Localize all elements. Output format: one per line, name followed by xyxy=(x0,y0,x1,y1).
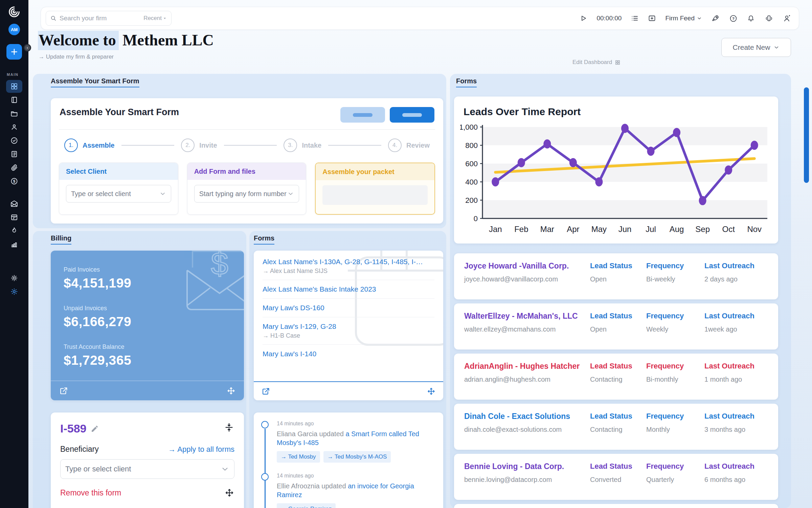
profile-icon[interactable] xyxy=(783,14,791,23)
apply-to-all-forms-link[interactable]: → Apply to all forms xyxy=(168,445,234,454)
sidebar-item-theme[interactable] xyxy=(6,285,22,298)
forms-section-title[interactable]: Forms xyxy=(254,234,274,245)
lead-outreach-header: Last Outreach xyxy=(704,412,778,421)
lead-card[interactable]: Bennie Loving - Data Corp. Lead Status F… xyxy=(454,454,778,500)
lead-name-link[interactable]: Bennie Loving - Data Corp. xyxy=(464,462,590,471)
lead-status-value: Contacting xyxy=(590,426,646,433)
smart-form-section-title[interactable]: Assemble Your Smart Form xyxy=(51,77,139,87)
lead-card[interactable]: WalterEllzey - McMahan's, LLC Lead Statu… xyxy=(454,303,778,350)
form-link[interactable]: Mary Law's I-129, G-28 xyxy=(263,322,425,331)
chevron-down-icon xyxy=(221,465,229,473)
lead-card-partial[interactable] xyxy=(454,504,778,508)
lead-outreach-header: Last Outreach xyxy=(704,362,778,371)
lead-name-link[interactable]: Dinah Cole - Exact Solutions xyxy=(464,412,590,421)
svg-text:Oct: Oct xyxy=(722,225,735,234)
billing-stat-label: Paid Invoices xyxy=(64,266,244,273)
sidebar-item-calendar[interactable] xyxy=(6,211,22,224)
user-avatar[interactable]: AM xyxy=(8,24,20,35)
form-link[interactable]: Mary Law's DS-160 xyxy=(263,304,425,312)
sidebar-item-documents[interactable] xyxy=(6,161,22,174)
create-new-button[interactable]: Create New xyxy=(721,38,791,57)
sidebar-item-contacts[interactable] xyxy=(6,121,22,133)
svg-text:Jan: Jan xyxy=(489,225,502,234)
activity-timestamp: 14 minutes ago xyxy=(277,421,435,427)
lead-frequency-value: Bi-weekly xyxy=(646,275,704,283)
billing-open-external-icon[interactable] xyxy=(59,386,68,396)
collapse-vertical-icon[interactable] xyxy=(224,422,234,433)
lead-frequency-header: Frequency xyxy=(646,261,704,271)
edit-dashboard-button[interactable]: Edit Dashboard xyxy=(572,59,621,66)
update-firm-link[interactable]: → Update my firm & preparer xyxy=(39,54,114,60)
sidebar-item-dashboard[interactable] xyxy=(6,80,22,93)
smart-form-primary-button[interactable] xyxy=(390,107,434,123)
lead-outreach-header: Last Outreach xyxy=(704,261,778,271)
add-form-title: Add Form and files xyxy=(187,163,306,180)
search-input[interactable] xyxy=(60,15,143,22)
recent-dropdown[interactable]: Recent xyxy=(143,15,167,22)
billing-section-title[interactable]: Billing xyxy=(51,234,71,245)
page-title-firm: Methem LLC xyxy=(119,31,214,49)
billing-stat-value: $1,729,365 xyxy=(64,353,244,368)
recent-label: Recent xyxy=(143,15,162,22)
billing-stat-label: Trust Account Balance xyxy=(64,343,244,351)
activity-item: 14 minutes ago Ellie Afrooznia updated a… xyxy=(261,473,435,508)
sidebar-item-settings[interactable] xyxy=(6,272,22,284)
activity-chip[interactable]: → Ted Mosby xyxy=(277,451,320,463)
lead-status-value: Open xyxy=(590,325,646,333)
add-card-icon[interactable] xyxy=(648,14,656,22)
form-sub-link[interactable]: → H1-B Case xyxy=(263,332,434,339)
mobile-app-icon[interactable] xyxy=(764,14,773,23)
sidebar-item-leads[interactable] xyxy=(6,224,22,237)
remove-form-link[interactable]: Remove this form xyxy=(60,488,121,498)
chevron-down-icon xyxy=(287,190,294,197)
sidebar-item-smart-forms[interactable] xyxy=(6,148,22,161)
scrollbar-thumb[interactable] xyxy=(804,87,809,183)
step-assemble[interactable]: 1. Assemble xyxy=(64,139,115,152)
beneficiary-select[interactable]: Type or select client xyxy=(60,459,234,479)
time-entries-icon[interactable] xyxy=(631,14,639,22)
step-invite[interactable]: 2. Invite xyxy=(181,139,217,152)
client-select[interactable]: Type or select client xyxy=(66,185,171,203)
sidebar-item-pages[interactable] xyxy=(6,93,22,106)
activity-chip[interactable]: → Georgia Ramirez xyxy=(277,503,336,508)
brand-logo-icon[interactable] xyxy=(8,5,21,18)
lead-name-link[interactable]: WalterEllzey - McMahan's, LLC xyxy=(464,312,590,321)
form-link[interactable]: Alex Last Name's I-130A, G-28, G-1145, I… xyxy=(263,258,425,266)
sidebar-item-tasks[interactable] xyxy=(6,134,22,147)
form-link[interactable]: Alex Last Name's Basic Intake 2023 xyxy=(263,285,425,293)
whats-new-rocket-icon[interactable] xyxy=(711,14,720,23)
sidebar-item-mail[interactable] xyxy=(6,197,22,210)
lead-card[interactable]: AdrianAnglin - Hughes Hatcher Lead Statu… xyxy=(454,354,778,400)
i589-move-handle-icon[interactable] xyxy=(224,488,234,498)
form-number-select[interactable]: Start typing any form number xyxy=(194,185,299,203)
forms-move-handle-icon[interactable] xyxy=(427,387,436,396)
form-sub-link[interactable]: → Alex Last Name SIJS xyxy=(263,268,434,275)
sidebar-item-matters[interactable] xyxy=(6,107,22,120)
leads-section-title[interactable]: Forms xyxy=(456,77,477,87)
form-link[interactable]: Mary Law's I-140 xyxy=(263,350,425,358)
step-intake[interactable]: 3. Intake xyxy=(284,139,321,152)
step-review[interactable]: 4. Review xyxy=(388,139,430,152)
timer-play-icon[interactable] xyxy=(579,14,587,22)
search-box[interactable]: Recent xyxy=(46,11,172,26)
activity-chip[interactable]: → Ted Mosby's M-AOS xyxy=(323,451,391,463)
billing-move-handle-icon[interactable] xyxy=(226,386,236,396)
sidebar-item-reports[interactable] xyxy=(6,238,22,251)
step-number: 2. xyxy=(181,139,195,152)
timeline-dot-icon xyxy=(261,421,269,428)
lead-name-link[interactable]: AdrianAnglin - Hughes Hatcher xyxy=(464,362,590,371)
pencil-icon[interactable] xyxy=(91,425,99,433)
help-icon[interactable]: ? xyxy=(729,14,738,23)
forms-open-external-icon[interactable] xyxy=(261,387,270,396)
smart-form-secondary-button[interactable] xyxy=(340,107,385,123)
lead-name-link[interactable]: Joyce Howard -Vanilla Corp. xyxy=(464,261,590,271)
lead-card[interactable]: Dinah Cole - Exact Solutions Lead Status… xyxy=(454,404,778,450)
notifications-bell-icon[interactable] xyxy=(747,14,755,23)
lead-card[interactable]: Joyce Howard -Vanilla Corp. Lead Status … xyxy=(454,253,778,299)
svg-text:Sep: Sep xyxy=(695,225,710,234)
chart-title: Leads Over Time Report xyxy=(464,106,581,118)
sidebar-item-billing[interactable]: $ xyxy=(6,175,22,188)
firm-feed-dropdown[interactable]: Firm Feed xyxy=(665,15,702,22)
quick-add-button[interactable] xyxy=(6,44,22,60)
sidebar-collapse-button[interactable]: ‹ xyxy=(24,44,31,51)
